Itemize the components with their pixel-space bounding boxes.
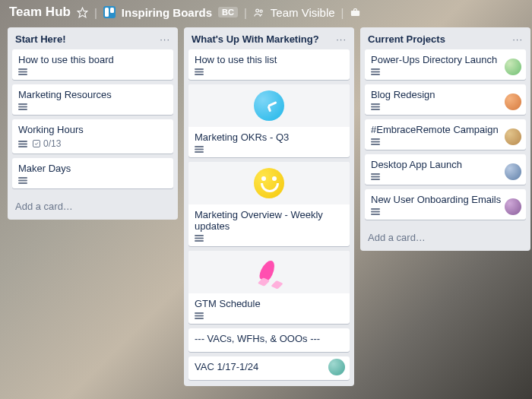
separator: | — [341, 6, 344, 19]
card-cover — [188, 251, 350, 293]
card[interactable]: #EmbraceRemote Campaign — [365, 119, 526, 150]
card-title: GTM Schedule — [195, 298, 344, 309]
smiley-icon — [254, 168, 284, 198]
card[interactable]: Maker Days — [12, 158, 173, 188]
card-badges — [195, 312, 344, 319]
description-icon — [371, 68, 380, 75]
member-avatar[interactable] — [505, 128, 521, 145]
member-avatar[interactable] — [328, 359, 345, 375]
trello-logo-icon — [103, 6, 116, 18]
description-icon — [18, 141, 27, 147]
card-title: #EmbraceRemote Campaign — [371, 124, 520, 135]
card[interactable]: Desktop App Launch — [365, 154, 526, 185]
card-title: Power-Ups Directory Launch — [371, 54, 520, 65]
card-badges — [18, 103, 167, 110]
list-menu-icon[interactable]: ··· — [336, 33, 347, 45]
card-badges — [371, 173, 520, 180]
member-avatar[interactable] — [505, 93, 521, 110]
svg-marker-0 — [78, 8, 87, 17]
card-title: Desktop App Launch — [371, 159, 520, 170]
team-name[interactable]: Inspiring Boards — [122, 6, 212, 19]
board-header: Team Hub | Inspiring Boards BC | Team Vi… — [0, 0, 532, 24]
description-icon — [371, 138, 380, 145]
card-badges — [371, 138, 520, 145]
visibility-label[interactable]: Team Visible — [271, 6, 335, 19]
card-badges — [195, 235, 344, 242]
card-badges — [18, 177, 167, 184]
card[interactable]: GTM Schedule — [188, 251, 350, 324]
description-icon — [18, 177, 27, 184]
card-title: Marketing Resources — [18, 89, 167, 100]
member-avatar[interactable] — [505, 198, 521, 215]
member-avatar[interactable] — [505, 163, 521, 180]
card-badges — [371, 208, 520, 215]
list-title[interactable]: What's Up With Marketing? — [192, 33, 319, 45]
star-icon[interactable] — [77, 7, 88, 18]
separator: | — [94, 6, 97, 19]
card[interactable]: Blog Redesign — [365, 84, 526, 115]
card-cover — [188, 162, 350, 204]
card-title: How to use this list — [195, 54, 344, 65]
card-title: New User Onboarding Emails — [371, 194, 520, 205]
list: What's Up With Marketing?···How to use t… — [184, 27, 354, 386]
card[interactable]: Marketing OKRs - Q3 — [188, 84, 350, 157]
svg-rect-3 — [351, 11, 359, 16]
rocket-icon — [254, 257, 284, 287]
board-title[interactable]: Team Hub — [9, 5, 71, 20]
list: Start Here!···How to use this boardMarke… — [8, 27, 178, 220]
separator: | — [244, 6, 247, 19]
add-card-button[interactable]: Add a card… — [8, 195, 178, 220]
description-icon — [18, 68, 27, 75]
cards-container: How to use this listMarketing OKRs - Q3M… — [184, 49, 354, 386]
card[interactable]: VAC 1/17-1/24 — [188, 356, 350, 380]
description-icon — [371, 173, 380, 180]
card-badges — [18, 68, 167, 75]
briefcase-icon[interactable] — [350, 7, 361, 18]
description-icon — [195, 146, 204, 153]
list-menu-icon[interactable]: ··· — [160, 33, 170, 45]
card-title: Maker Days — [18, 163, 167, 174]
card-badges — [195, 146, 344, 153]
card-badges — [371, 103, 520, 110]
cards-container: Power-Ups Directory LaunchBlog Redesign#… — [360, 49, 530, 226]
member-avatar[interactable] — [505, 59, 521, 75]
checklist-count: 0/13 — [43, 138, 61, 149]
card[interactable]: Marketing Resources — [12, 84, 173, 115]
card[interactable]: How to use this list — [188, 49, 350, 80]
card-title: Marketing OKRs - Q3 — [195, 131, 344, 143]
svg-point-1 — [256, 9, 259, 12]
add-card-button[interactable]: Add a card… — [360, 226, 530, 251]
card[interactable]: --- VACs, WFHs, & OOOs --- — [188, 328, 350, 352]
card-badges — [195, 68, 344, 75]
card[interactable]: Power-Ups Directory Launch — [365, 49, 526, 80]
description-icon — [195, 235, 204, 242]
description-icon — [371, 208, 380, 215]
card-title: Blog Redesign — [371, 89, 520, 100]
description-icon — [18, 103, 27, 110]
list-title[interactable]: Start Here! — [15, 33, 65, 45]
description-icon — [195, 68, 204, 75]
svg-point-2 — [260, 10, 262, 12]
card-title: Working Hours — [18, 124, 167, 135]
people-icon — [253, 7, 264, 18]
svg-rect-4 — [33, 141, 40, 147]
card-cover — [188, 84, 350, 127]
card-badges: 0/13 — [18, 138, 167, 149]
description-icon — [371, 103, 380, 110]
card-title: --- VACs, WFHs, & OOOs --- — [195, 333, 344, 344]
checklist-badge: 0/13 — [32, 138, 61, 149]
card[interactable]: Working Hours0/13 — [12, 119, 173, 154]
cards-container: How to use this boardMarketing Resources… — [8, 49, 178, 195]
card[interactable]: Marketing Overview - Weekly updates — [188, 162, 350, 246]
card-title: Marketing Overview - Weekly updates — [195, 209, 344, 232]
card-badges — [371, 68, 520, 75]
list-menu-icon[interactable]: ··· — [512, 33, 523, 45]
list-header: What's Up With Marketing?··· — [184, 27, 354, 49]
card-title: VAC 1/17-1/24 — [195, 361, 344, 372]
card-title: How to use this board — [18, 54, 167, 65]
list: Current Projects···Power-Ups Directory L… — [360, 27, 530, 251]
team-badge[interactable]: BC — [218, 7, 238, 17]
list-title[interactable]: Current Projects — [368, 33, 445, 45]
card[interactable]: How to use this board — [12, 49, 173, 80]
card[interactable]: New User Onboarding Emails — [365, 189, 526, 220]
